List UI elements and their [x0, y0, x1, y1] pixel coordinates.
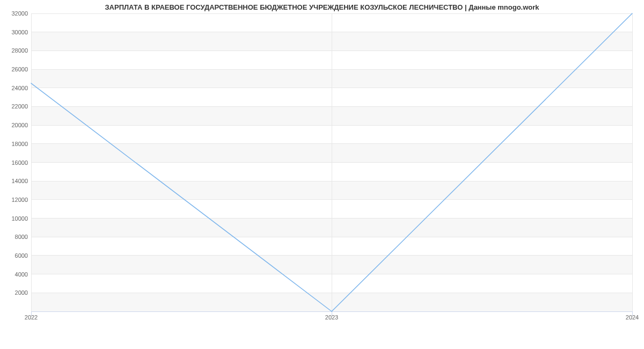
y-tick-label: 6000: [1, 252, 28, 259]
y-tick-label: 24000: [1, 85, 28, 91]
chart-container: ЗАРПЛАТА В КРАЕВОЕ ГОСУДАРСТВЕННОЕ БЮДЖЕ…: [0, 0, 644, 349]
x-tick-label: 2022: [25, 314, 38, 321]
y-tick-label: 18000: [1, 141, 28, 147]
y-tick-label: 32000: [1, 10, 28, 17]
chart-title: ЗАРПЛАТА В КРАЕВОЕ ГОСУДАРСТВЕННОЕ БЮДЖЕ…: [0, 3, 644, 11]
y-tick-label: 22000: [1, 103, 28, 110]
y-tick-label: 4000: [1, 271, 28, 278]
y-tick-label: 26000: [1, 66, 28, 72]
y-tick-label: 8000: [1, 234, 28, 240]
y-tick-label: 14000: [1, 178, 28, 184]
y-tick-label: 30000: [1, 29, 28, 35]
y-tick-label: 20000: [1, 122, 28, 128]
y-tick-label: 10000: [1, 215, 28, 222]
plot-area: [31, 13, 632, 311]
y-tick-label: 12000: [1, 197, 28, 203]
y-tick-label: 16000: [1, 159, 28, 166]
y-tick-label: 28000: [1, 47, 28, 54]
plot-svg: [31, 13, 632, 311]
x-tick-label: 2023: [325, 314, 338, 321]
x-tick-label: 2024: [626, 314, 639, 321]
y-tick-label: 2000: [1, 289, 28, 296]
